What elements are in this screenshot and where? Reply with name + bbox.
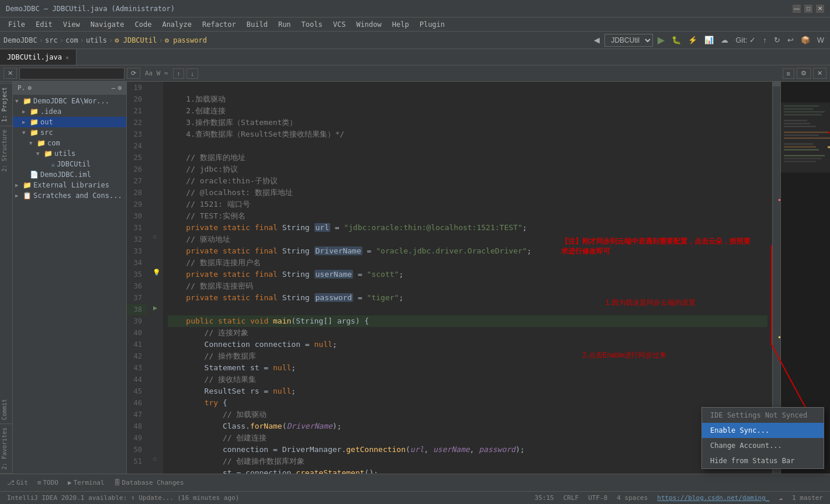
breadcrumb-jdbcutil[interactable]: ⚙ JDBCUtil: [115, 36, 157, 44]
line-num-36: 36: [127, 280, 147, 292]
status-master[interactable]: 1 master: [790, 494, 825, 502]
terminal-tab[interactable]: ▶ Terminal: [65, 478, 107, 488]
project-gear-icon[interactable]: ⚙: [117, 84, 122, 92]
commit-tab[interactable]: Commit: [0, 395, 12, 424]
project-header: P. ⚙ — ⚙: [13, 82, 126, 95]
profile-button[interactable]: 📊: [702, 34, 716, 46]
context-menu-hide-status-bar[interactable]: Hide from Status Bar: [702, 453, 824, 468]
side-panel-tabs: 1: Project 2: Structure Commit 2: Favori…: [0, 82, 13, 474]
search-input[interactable]: [19, 68, 124, 79]
search-close-btn[interactable]: ✕: [813, 68, 826, 79]
tree-demojdbc[interactable]: ▼ 📁 DemoJDBC EA\Wor...: [13, 96, 126, 106]
todo-tab[interactable]: ≡ TODO: [35, 478, 61, 488]
status-encoding[interactable]: UTF-8: [586, 494, 610, 502]
tree-demojdbc-iml[interactable]: ▶ 📄 DemoJDBC.iml: [13, 169, 126, 180]
line-num-45: 45: [127, 385, 147, 397]
tree-idea[interactable]: ▶ 📁 .idea: [13, 106, 126, 117]
breadcrumb-password[interactable]: ⚙ password: [165, 36, 207, 44]
tab-close-icon[interactable]: ✕: [65, 54, 69, 61]
tree-label-src: src: [40, 128, 53, 137]
tree-arrow-scratches: ▶: [15, 193, 21, 199]
menu-help[interactable]: Help: [388, 19, 414, 30]
menu-build[interactable]: Build: [242, 19, 272, 30]
line-num-44: 44: [127, 374, 147, 385]
search-next-button[interactable]: ⟳: [127, 68, 140, 79]
breadcrumb-demojdbc[interactable]: DemoJDBC: [4, 36, 37, 44]
search-prev-icon[interactable]: ↑: [173, 68, 185, 79]
debug-button[interactable]: 🐛: [669, 34, 683, 46]
menu-vcs[interactable]: VCS: [328, 19, 351, 30]
code-line-20: 2.创建连接: [168, 106, 226, 115]
build-artifacts-button[interactable]: 📦: [798, 34, 812, 46]
database-changes-tab[interactable]: 🗄 Database Changes: [112, 478, 186, 488]
code-editor[interactable]: 1.加载驱动 2.创建连接 3.操作数据库（Statement类） 4.查询数据…: [163, 82, 772, 474]
undo-button[interactable]: ↩: [785, 34, 796, 46]
word-button[interactable]: W: [815, 34, 826, 46]
search-next-icon[interactable]: ↓: [186, 68, 198, 79]
tree-scratches[interactable]: ▶ 📋 Scratches and Cons...: [13, 190, 126, 201]
line-num-37: 37: [127, 292, 147, 304]
project-tab[interactable]: 1: Project: [0, 83, 12, 126]
title-text: DemoJDBC – JDBCUtil.java (Administrator): [6, 5, 175, 13]
git-status[interactable]: Git: ✓: [733, 34, 758, 46]
run-config-dropdown[interactable]: JDBCUtil: [604, 34, 653, 47]
menu-edit[interactable]: Edit: [31, 19, 57, 30]
status-message[interactable]: IntelliJ IDEA 2020.1 available: ↑ Update…: [5, 494, 241, 502]
vcs-button[interactable]: ☁: [718, 34, 731, 46]
status-position[interactable]: 35:15: [532, 494, 556, 502]
tree-external-libs[interactable]: ▶ 📁 External Libraries: [13, 180, 126, 190]
tree-label-iml: DemoJDBC.iml: [40, 171, 91, 179]
tree-out[interactable]: ▶ 📁 out: [13, 117, 126, 127]
breadcrumb-utils[interactable]: utils: [86, 36, 107, 44]
project-collapse-icon[interactable]: —: [112, 84, 116, 92]
breadcrumb-com[interactable]: com: [65, 36, 78, 44]
tree-src[interactable]: ▼ 📁 src: [13, 127, 126, 138]
menu-refactor[interactable]: Refactor: [198, 19, 241, 30]
line-num-30: 30: [127, 210, 147, 222]
context-menu-header: IDE Settings Not Synced: [702, 408, 824, 423]
menu-run[interactable]: Run: [274, 19, 296, 30]
status-url[interactable]: https://blog.csdn.net/daming_: [655, 494, 772, 502]
tree-arrow-utils: ▼: [36, 151, 42, 157]
gutter-marker-45: ○: [153, 456, 156, 461]
menu-view[interactable]: View: [58, 19, 85, 30]
menu-navigate[interactable]: Navigate: [86, 19, 129, 30]
menu-tools[interactable]: Tools: [297, 19, 327, 30]
project-settings-icon[interactable]: ⚙: [27, 84, 32, 92]
status-sync[interactable]: ☁: [776, 494, 785, 502]
code-line-41: // 操作数据库: [168, 352, 256, 360]
minimize-button[interactable]: —: [793, 5, 801, 13]
scroll-thumb[interactable]: [773, 82, 780, 86]
search-filter-icon[interactable]: ≡: [783, 68, 794, 79]
menu-file[interactable]: File: [4, 19, 30, 30]
push-button[interactable]: ↑: [760, 34, 769, 46]
code-line-31: // 驱动地址: [168, 235, 230, 244]
git-tab[interactable]: ⎇ Git: [5, 478, 30, 488]
tree-arrow-idea: ▶: [22, 109, 28, 114]
run-button[interactable]: ▶: [655, 33, 667, 47]
menu-code[interactable]: Code: [130, 19, 157, 30]
breadcrumb-src[interactable]: src: [45, 36, 58, 44]
status-indent[interactable]: 4 spaces: [614, 494, 650, 502]
line-num-23: 23: [127, 128, 147, 140]
close-button[interactable]: ✕: [816, 5, 824, 13]
structure-tab[interactable]: 2: Structure: [0, 126, 12, 175]
menu-plugin[interactable]: Plugin: [415, 19, 449, 30]
context-menu-change-account[interactable]: Change Account...: [702, 438, 824, 453]
search-close-icon[interactable]: ✕: [4, 68, 17, 79]
pull-button[interactable]: ↻: [772, 34, 783, 46]
back-button[interactable]: ◀: [592, 34, 602, 46]
favorites-tab[interactable]: 2: Favorites: [0, 424, 12, 474]
search-settings-icon[interactable]: ⚙: [797, 68, 811, 79]
coverage-button[interactable]: ⚡: [686, 34, 700, 46]
tree-com[interactable]: ▼ 📁 com: [13, 138, 126, 148]
tab-jdbcutil[interactable]: JDBCUtil.java ✕: [0, 50, 77, 65]
menu-analyze[interactable]: Analyze: [157, 19, 196, 30]
tree-utils[interactable]: ▼ 📁 utils: [13, 148, 126, 159]
maximize-button[interactable]: □: [804, 5, 812, 13]
menu-window[interactable]: Window: [351, 19, 386, 30]
context-menu-enable-sync[interactable]: Enable Sync...: [702, 423, 824, 438]
code-line-33: // 数据库连接用户名: [168, 258, 261, 267]
status-line-ending[interactable]: CRLF: [561, 494, 582, 502]
tree-jdbcutil-java[interactable]: ▶ ☕ JDBCUtil: [13, 159, 126, 169]
